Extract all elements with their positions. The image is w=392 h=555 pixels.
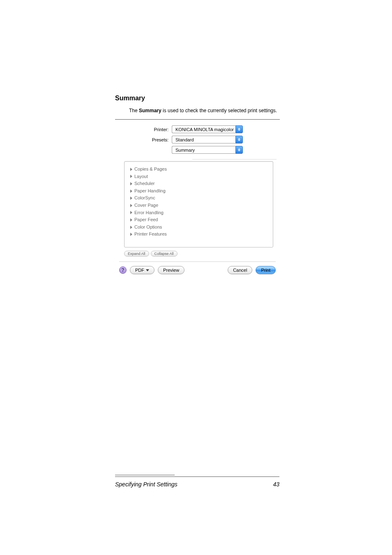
presets-select-value: Standard [172,136,235,143]
tree-label: Color Options [134,224,162,231]
tree-label: Scheduler [134,180,155,187]
section-heading: Summary [115,95,279,102]
footer-rule [115,476,279,477]
tree-label: ColorSync [134,194,155,202]
print-button[interactable]: Print [256,266,276,274]
print-dialog: Printer: KONICA MINOLTA magicolor ... Pr… [115,119,280,278]
tree-item-colorsync[interactable]: ColorSync [130,194,268,202]
tree-label: Cover Page [134,202,158,209]
printer-select-value: KONICA MINOLTA magicolor ... [172,125,235,133]
chevron-down-icon [146,269,149,271]
tree-label: Copies & Pages [134,166,167,173]
disclosure-icon [130,204,132,207]
tree-item-layout[interactable]: Layout [130,173,268,180]
tree-item-cover-page[interactable]: Cover Page [130,202,268,209]
tree-item-color-options[interactable]: Color Options [130,224,268,231]
stepper-icon [235,125,243,133]
cancel-button[interactable]: Cancel [228,266,252,274]
collapse-all-button[interactable]: Collapse All [151,251,178,257]
body-pre: The [129,108,139,113]
summary-tree: Copies & Pages Layout Scheduler Paper Ha… [124,161,273,247]
expand-all-button[interactable]: Expand All [124,251,149,257]
tree-item-error-handling[interactable]: Error Handling [130,209,268,217]
tree-label: Error Handling [134,209,164,217]
disclosure-icon [130,218,132,222]
disclosure-icon [130,190,132,193]
printer-label: Printer: [118,127,172,132]
disclosure-icon [130,233,132,236]
stepper-icon [235,136,243,143]
disclosure-icon [130,211,132,214]
presets-select[interactable]: Standard [172,136,243,143]
disclosure-icon [130,175,132,178]
body-bold: Summary [139,108,161,113]
tree-item-printer-features[interactable]: Printer Features [130,231,268,238]
footer-page-number: 43 [273,481,279,488]
panel-select[interactable]: Summary [172,146,243,154]
help-button[interactable]: ? [119,266,127,274]
printer-select[interactable]: KONICA MINOLTA magicolor ... [172,125,243,133]
divider [192,159,277,160]
tree-label: Layout [134,173,148,180]
panel-select-value: Summary [172,146,235,154]
preview-button[interactable]: Preview [158,266,184,274]
footer-section-title: Specifying Print Settings [115,481,178,488]
tree-label: Printer Features [134,231,167,238]
disclosure-icon [130,168,132,171]
pdf-label: PDF [135,268,144,273]
disclosure-icon [130,226,132,229]
tree-item-copies-pages[interactable]: Copies & Pages [130,166,268,173]
tree-label: Paper Feed [134,216,158,224]
disclosure-icon [130,182,132,185]
presets-label: Presets: [118,137,172,142]
disclosure-icon [130,197,132,200]
tree-item-paper-handling[interactable]: Paper Handling [130,187,268,195]
tree-item-scheduler[interactable]: Scheduler [130,180,268,187]
stepper-icon [235,146,243,154]
body-post: is used to check the currently selected … [161,108,277,113]
tree-item-paper-feed[interactable]: Paper Feed [130,216,268,224]
pdf-menu-button[interactable]: PDF [130,266,154,274]
divider [119,261,276,262]
tree-label: Paper Handling [134,187,166,195]
section-body: The Summary is used to check the current… [129,107,279,114]
footer-rule-short [115,475,175,475]
